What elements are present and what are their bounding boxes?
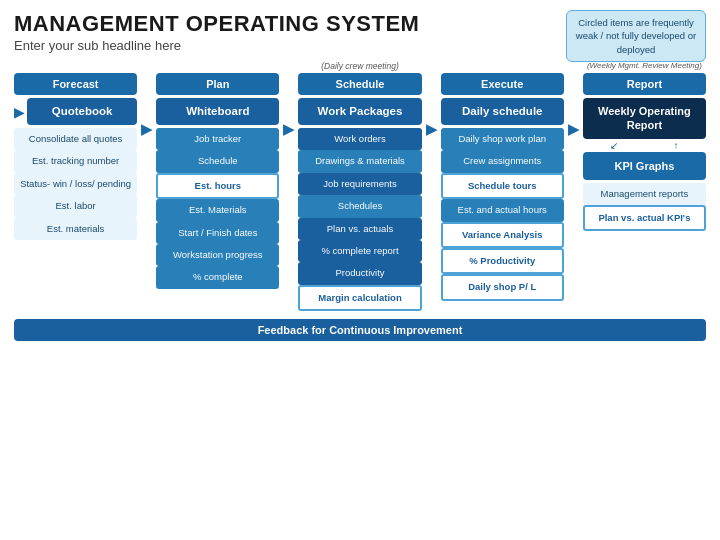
arrow-2: ▶ bbox=[283, 59, 294, 311]
feedback-bar: Feedback for Continuous Improvement bbox=[14, 319, 706, 341]
plan-cell-4: Est. Materials bbox=[156, 199, 279, 221]
report-kpi-box: KPI Graphs bbox=[583, 152, 706, 180]
column-forecast: Forecast ▶ Quotebook Consolidate all quo… bbox=[14, 59, 137, 311]
schedule-main-box: Work Packages bbox=[298, 98, 421, 125]
report-header: Report bbox=[583, 73, 706, 95]
column-schedule: (Daily crew meeting) Schedule Work Packa… bbox=[298, 59, 421, 311]
execute-cell-1: Daily shop work plan bbox=[441, 128, 564, 150]
up-arrow-right: ↑ bbox=[673, 140, 678, 151]
note-text: Circled items are frequently weak / not … bbox=[576, 17, 696, 55]
schedule-header: Schedule bbox=[298, 73, 421, 95]
plan-cell-6: Workstation progress bbox=[156, 244, 279, 266]
schedule-cell-6: % complete report bbox=[298, 240, 421, 262]
schedule-cell-4: Schedules bbox=[298, 195, 421, 217]
execute-cell-4: Est. and actual hours bbox=[441, 199, 564, 221]
forecast-cell-2: Est. tracking number bbox=[14, 150, 137, 172]
main-container: Circled items are frequently weak / not … bbox=[0, 0, 720, 540]
execute-main-box: Daily schedule bbox=[441, 98, 564, 125]
execute-cell-6: % Productivity bbox=[441, 248, 564, 274]
plan-cell-5: Start / Finish dates bbox=[156, 222, 279, 244]
execute-cell-5: Variance Analysis bbox=[441, 222, 564, 248]
arrow-1: ▶ bbox=[141, 59, 152, 311]
schedule-cell-1: Work orders bbox=[298, 128, 421, 150]
arrow-4: ▶ bbox=[568, 59, 579, 311]
schedule-cell-7: Productivity bbox=[298, 262, 421, 284]
forecast-subheader-space bbox=[14, 59, 137, 73]
report-cell-2: Plan vs. actual KPI's bbox=[583, 205, 706, 231]
schedule-cell-2: Drawings & materials bbox=[298, 150, 421, 172]
execute-cell-3: Schedule tours bbox=[441, 173, 564, 199]
execute-cell-2: Crew assignments bbox=[441, 150, 564, 172]
grid: Forecast ▶ Quotebook Consolidate all quo… bbox=[14, 59, 706, 311]
forecast-header: Forecast bbox=[14, 73, 137, 95]
plan-cell-1: Job tracker bbox=[156, 128, 279, 150]
note-box: Circled items are frequently weak / not … bbox=[566, 10, 706, 62]
plan-header: Plan bbox=[156, 73, 279, 95]
forecast-cell-5: Est. materials bbox=[14, 218, 137, 240]
report-arrows: ↙ ↑ bbox=[583, 140, 706, 151]
report-main-box: Weekly Operating Report bbox=[583, 98, 706, 139]
plan-subheader-space bbox=[156, 59, 279, 73]
plan-main-box: Whiteboard bbox=[156, 98, 279, 125]
execute-cell-7: Daily shop P/ L bbox=[441, 274, 564, 300]
plan-cell-7: % complete bbox=[156, 266, 279, 288]
column-report: (Weekly Mgmt. Review Meeting) Report Wee… bbox=[583, 59, 706, 311]
arrow-3: ▶ bbox=[426, 59, 437, 311]
forecast-main-box: Quotebook bbox=[27, 98, 137, 125]
plan-cell-2: Schedule bbox=[156, 150, 279, 172]
column-execute: Execute Daily schedule Daily shop work p… bbox=[441, 59, 564, 311]
forecast-cell-3: Status- win / loss/ pending bbox=[14, 173, 137, 195]
schedule-cell-5: Plan vs. actuals bbox=[298, 218, 421, 240]
execute-subheader-space bbox=[441, 59, 564, 73]
execute-header: Execute bbox=[441, 73, 564, 95]
schedule-cell-3: Job requirements bbox=[298, 173, 421, 195]
plan-cell-3: Est. hours bbox=[156, 173, 279, 199]
schedule-subheader: (Daily crew meeting) bbox=[298, 59, 421, 73]
forecast-cell-1: Consolidate all quotes bbox=[14, 128, 137, 150]
forecast-arrow-left: ▶ bbox=[14, 104, 25, 120]
schedule-cell-8: Margin calculation bbox=[298, 285, 421, 311]
forecast-cell-4: Est. labor bbox=[14, 195, 137, 217]
column-plan: Plan Whiteboard Job tracker Schedule Est… bbox=[156, 59, 279, 311]
down-arrow-left: ↙ bbox=[610, 140, 618, 151]
report-cell-1: Management reports bbox=[583, 183, 706, 205]
